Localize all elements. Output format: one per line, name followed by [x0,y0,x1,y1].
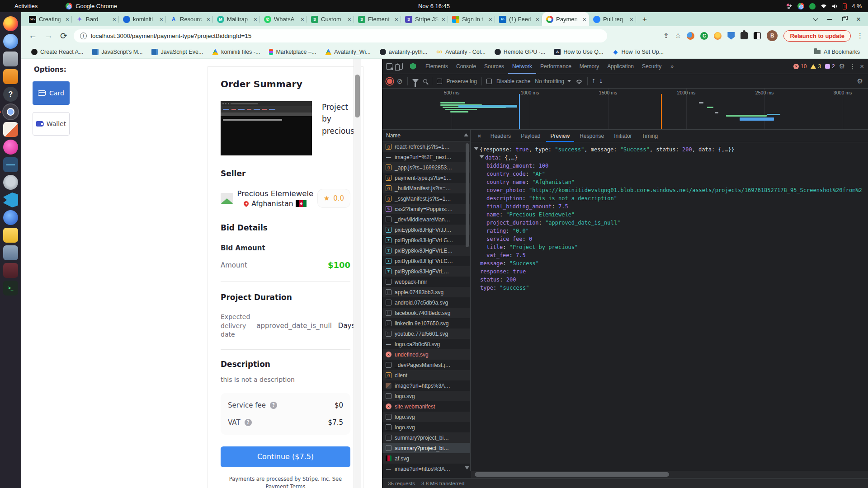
request-row[interactable]: logo.svg [382,391,470,401]
import-har-icon[interactable]: ⭡ [592,78,595,85]
browser-tab[interactable]: ✦Bard× [72,12,119,26]
address-bar[interactable]: i localhost:3000/payment/payment-type?pr… [74,29,607,42]
devtools-extension-icon[interactable] [410,63,416,70]
dock-icon-chrome[interactable] [3,104,18,119]
tab-close-icon[interactable]: × [66,16,69,23]
json-line[interactable]: vat_fee: 7.5 [471,251,868,259]
request-row[interactable]: af.svg [382,453,470,464]
request-row[interactable]: {}_ssgManifest.js?ts=1… [382,193,470,204]
dock-icon-mail-client[interactable] [3,34,18,49]
request-row[interactable]: {}_app.js?ts=16992853… [382,162,470,173]
dock-icon-ubuntu-software[interactable] [3,69,18,84]
dock-icon-media-player[interactable] [3,140,18,155]
tab-close-icon[interactable]: × [583,16,586,23]
devtools-tab-elements[interactable]: Elements [421,59,452,74]
json-line[interactable]: cover_photo: "https://kominitidevstgng01… [471,186,868,194]
activities-button[interactable]: Activities [14,3,38,9]
record-network-log-button[interactable] [387,79,392,84]
throttling-dropdown[interactable]: No throttling [535,78,571,84]
detail-tab-preview[interactable]: Preview [546,130,575,142]
browser-tab[interactable]: ✆WhatsA× [260,12,307,26]
detail-tab-payload[interactable]: Payload [516,130,545,142]
scroll-up-icon[interactable] [464,133,468,136]
devtools-tab-console[interactable]: Console [452,59,480,74]
filter-icon[interactable] [412,79,419,83]
dock-icon-terminal[interactable]: >_ [3,281,18,296]
devtools-tab-security[interactable]: Security [638,59,665,74]
request-list-scrollbar[interactable] [465,142,470,470]
all-bookmarks-button[interactable]: All Bookmarks [814,49,860,55]
browser-tab[interactable]: Paymen× [542,12,589,26]
request-row[interactable]: {}client [382,370,470,380]
browser-tab[interactable]: SCustom× [307,12,354,26]
dock-icon-firefox[interactable] [3,16,18,31]
disable-cache-checkbox[interactable] [486,79,492,84]
request-row[interactable]: summary?project_bi… [382,432,470,443]
browser-tab[interactable]: MMailtrap× [213,12,260,26]
browser-tab[interactable]: DEVCreating× [25,12,72,26]
inspect-element-icon[interactable] [386,63,392,70]
request-row[interactable]: _devPagesManifest.j… [382,360,470,370]
system-clock[interactable]: Nov 6 16:45 [418,3,450,9]
json-line[interactable]: type: "success" [471,284,868,292]
dock-icon-ide[interactable] [3,210,18,225]
network-overview-timeline[interactable]: 500 ms1000 ms1500 ms2000 ms2500 ms3000 m… [382,89,868,130]
tab-close-icon[interactable]: × [536,16,539,23]
json-line[interactable]: data: {,…} [471,154,868,162]
shield-extension-icon[interactable] [727,32,735,40]
browser-tab[interactable]: SStripe JS× [401,12,448,26]
extension-icon-3[interactable] [754,32,761,39]
devtools-tab-performance[interactable]: Performance [536,59,576,74]
chrome-menu-icon[interactable]: ⋮ [857,32,863,40]
browser-tab[interactable]: SElement× [354,12,401,26]
devtools-menu-icon[interactable]: ⋮ [849,62,856,70]
devtools-tab-memory[interactable]: Memory [576,59,603,74]
bookmark-item[interactable]: JavaScript's M... [89,47,146,56]
request-row[interactable]: linkedin.9e107650.svg [382,318,470,328]
json-line[interactable]: name: "Precious Elemiewele" [471,211,868,219]
close-detail-icon[interactable]: × [474,132,485,140]
tab-close-icon[interactable]: × [207,16,210,23]
devtools-close-icon[interactable]: × [860,62,864,70]
preserve-log-checkbox[interactable] [437,79,442,84]
request-row[interactable]: logo.svg [382,422,470,432]
expand-arrow-icon[interactable] [474,147,479,150]
vat-help-icon[interactable]: ? [245,419,252,426]
bookmark-star-icon[interactable]: ☆ [675,32,681,40]
request-row[interactable]: —image?url=%2F_next… [382,152,470,162]
dock-icon-software-updater[interactable] [3,175,18,190]
detail-tab-headers[interactable]: Headers [486,130,515,142]
tab-close-icon[interactable]: × [442,16,445,23]
wallet-payment-option-button[interactable]: Wallet [33,112,70,136]
json-line[interactable]: message: "Success" [471,259,868,267]
console-errors-badge[interactable]: ×10 [793,63,807,70]
json-line[interactable]: country_name: "Afghanistan" [471,178,868,186]
bookmark-item[interactable]: Remote GPU ·... [491,47,549,56]
request-row[interactable]: {}payment-type.js?ts=1… [382,173,470,183]
request-row[interactable]: apple.07483bb3.svg [382,287,470,297]
json-line[interactable]: service_fee: 0 [471,235,868,243]
tab-close-icon[interactable]: × [395,16,398,23]
json-line[interactable]: rating: "0.0" [471,227,868,235]
extension-icon-1[interactable] [687,32,694,40]
json-line[interactable]: status: 200 [471,276,868,284]
extension-icon-2[interactable] [714,32,722,40]
dock-icon-system-monitor[interactable] [3,157,18,172]
json-line[interactable]: country_code: "AF" [471,170,868,178]
devtools-settings-icon[interactable]: ⚙ [839,62,845,70]
request-row[interactable]: ×site.webmanifest [382,401,470,412]
bookmark-item[interactable]: Marketplace –... [265,47,320,56]
detail-tab-response[interactable]: Response [575,130,609,142]
dock-icon-vscode[interactable] [3,192,18,207]
request-row[interactable]: logo.svg [382,412,470,422]
request-row[interactable]: _devMiddlewareMan… [382,214,470,225]
request-row[interactable]: —logo.ca2b0c68.svg [382,339,470,349]
expand-arrow-icon[interactable] [480,155,484,159]
dock-icon-files[interactable] [3,52,18,66]
request-row[interactable]: TpxiByp8kv8JHgFVrLG… [382,235,470,245]
relaunch-to-update-button[interactable]: Relaunch to update [783,30,851,42]
network-settings-icon[interactable]: ⚙ [857,77,863,85]
clear-network-log-icon[interactable]: ⊘ [397,77,403,85]
system-tray[interactable]: ! 4 % [786,3,862,9]
dock-icon-documents[interactable] [3,228,18,243]
